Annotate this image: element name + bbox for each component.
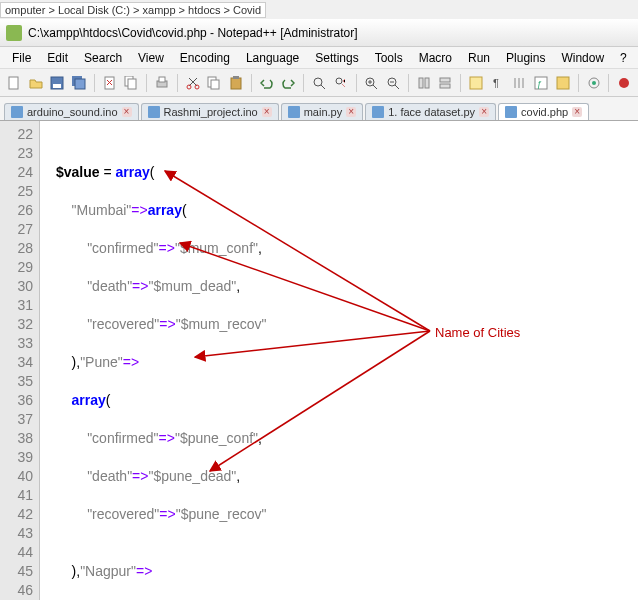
menu-tools[interactable]: Tools [367, 49, 411, 67]
file-icon [148, 106, 160, 118]
print-icon[interactable] [152, 73, 172, 93]
lang-icon[interactable]: ƒ [531, 73, 551, 93]
zoom-out-icon[interactable] [383, 73, 403, 93]
open-file-icon[interactable] [26, 73, 46, 93]
svg-point-30 [592, 81, 596, 85]
menu-edit[interactable]: Edit [39, 49, 76, 67]
doc-map-icon[interactable] [553, 73, 573, 93]
tab-close-icon[interactable]: × [572, 107, 582, 117]
copy-icon[interactable] [204, 73, 224, 93]
svg-rect-22 [440, 78, 450, 82]
sync-h-icon[interactable] [436, 73, 456, 93]
menu-language[interactable]: Language [238, 49, 307, 67]
save-all-icon[interactable] [69, 73, 89, 93]
app-icon [6, 25, 22, 41]
window-title: C:\xampp\htdocs\Covid\covid.php - Notepa… [28, 26, 358, 40]
tab-close-icon[interactable]: × [479, 107, 489, 117]
svg-rect-7 [128, 79, 136, 89]
svg-rect-14 [231, 78, 241, 89]
svg-point-17 [336, 78, 342, 84]
path-breadcrumb: omputer > Local Disk (C:) > xampp > htdo… [0, 2, 266, 18]
toolbar: ¶ ƒ [0, 69, 638, 97]
save-icon[interactable] [47, 73, 67, 93]
svg-rect-4 [75, 79, 85, 89]
code-content[interactable]: $value = array( "Mumbai"=>array( "confir… [40, 121, 638, 600]
menu-run[interactable]: Run [460, 49, 498, 67]
paste-icon[interactable] [226, 73, 246, 93]
window-titlebar: C:\xampp\htdocs\Covid\covid.php - Notepa… [0, 19, 638, 47]
svg-rect-24 [470, 77, 482, 89]
tab-label: covid.php [521, 106, 568, 118]
tab-label: arduino_sound.ino [27, 106, 118, 118]
svg-rect-28 [557, 77, 569, 89]
tab-label: main.py [304, 106, 343, 118]
svg-rect-15 [233, 76, 239, 79]
file-icon [505, 106, 517, 118]
monitor-icon[interactable] [584, 73, 604, 93]
wordwrap-icon[interactable] [466, 73, 486, 93]
cut-icon[interactable] [183, 73, 203, 93]
find-icon[interactable] [309, 73, 329, 93]
tab-close-icon[interactable]: × [122, 107, 132, 117]
svg-rect-20 [419, 78, 423, 88]
file-icon [288, 106, 300, 118]
menu-help[interactable]: ? [612, 49, 635, 67]
tab-label: 1. face dataset.py [388, 106, 475, 118]
allchars-icon[interactable]: ¶ [488, 73, 508, 93]
zoom-in-icon[interactable] [362, 73, 382, 93]
tab-arduino-sound[interactable]: arduino_sound.ino× [4, 103, 139, 120]
svg-rect-21 [425, 78, 429, 88]
close-icon[interactable] [100, 73, 120, 93]
menu-encoding[interactable]: Encoding [172, 49, 238, 67]
line-number-gutter: 2223242526272829303132333435363738394041… [0, 121, 40, 600]
undo-icon[interactable] [257, 73, 277, 93]
menu-search[interactable]: Search [76, 49, 130, 67]
svg-point-31 [619, 78, 629, 88]
svg-point-16 [314, 78, 322, 86]
svg-text:¶: ¶ [493, 77, 499, 89]
menu-bar: File Edit Search View Encoding Language … [0, 47, 638, 69]
tab-label: Rashmi_project.ino [164, 106, 258, 118]
tab-main-py[interactable]: main.py× [281, 103, 364, 120]
menu-settings[interactable]: Settings [307, 49, 366, 67]
new-file-icon[interactable] [4, 73, 24, 93]
menu-plugins[interactable]: Plugins [498, 49, 553, 67]
tab-bar: arduino_sound.ino× Rashmi_project.ino× m… [0, 97, 638, 121]
editor-area[interactable]: 2223242526272829303132333435363738394041… [0, 121, 638, 600]
menu-view[interactable]: View [130, 49, 172, 67]
sync-v-icon[interactable] [414, 73, 434, 93]
svg-rect-9 [159, 77, 165, 82]
tab-face-dataset[interactable]: 1. face dataset.py× [365, 103, 496, 120]
close-all-icon[interactable] [121, 73, 141, 93]
redo-icon[interactable] [279, 73, 299, 93]
menu-macro[interactable]: Macro [411, 49, 460, 67]
record-icon[interactable] [614, 73, 634, 93]
menu-window[interactable]: Window [553, 49, 612, 67]
svg-rect-23 [440, 84, 450, 88]
replace-icon[interactable] [331, 73, 351, 93]
svg-rect-13 [211, 80, 219, 89]
tab-close-icon[interactable]: × [346, 107, 356, 117]
file-icon [11, 106, 23, 118]
file-icon [372, 106, 384, 118]
svg-rect-0 [9, 77, 18, 89]
tab-close-icon[interactable]: × [262, 107, 272, 117]
svg-text:ƒ: ƒ [537, 79, 542, 89]
tab-covid-php[interactable]: covid.php× [498, 103, 589, 120]
svg-rect-2 [53, 84, 61, 88]
indent-guide-icon[interactable] [510, 73, 530, 93]
annotation-label: Name of Cities [435, 323, 520, 342]
tab-rashmi-project[interactable]: Rashmi_project.ino× [141, 103, 279, 120]
menu-file[interactable]: File [4, 49, 39, 67]
